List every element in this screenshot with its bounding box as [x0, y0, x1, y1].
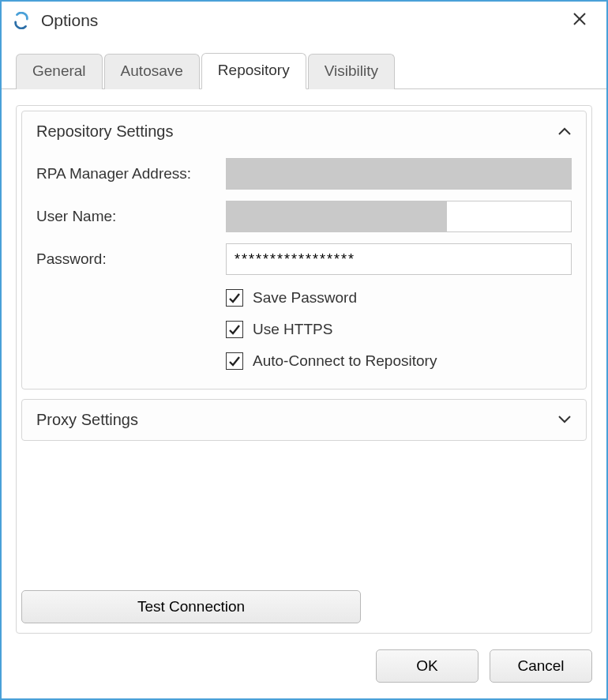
label-password: Password:	[36, 250, 226, 268]
section-header-repository[interactable]: Repository Settings	[22, 111, 586, 152]
input-password[interactable]	[226, 243, 572, 275]
window-title: Options	[41, 11, 564, 30]
row-password: Password:	[36, 243, 572, 275]
row-use-https: Use HTTPS	[226, 321, 572, 338]
check-icon	[228, 323, 241, 336]
ok-button[interactable]: OK	[376, 649, 479, 683]
check-icon	[228, 292, 241, 304]
tab-repository[interactable]: Repository	[201, 53, 306, 89]
section-proxy-settings: Proxy Settings	[21, 399, 587, 441]
checkbox-use-https[interactable]	[226, 321, 243, 338]
dialog-footer: OK Cancel	[2, 634, 606, 698]
section-body-repository: RPA Manager Address: User Name: Password…	[22, 152, 586, 389]
input-rpa-manager-address[interactable]	[226, 158, 572, 190]
section-title-proxy: Proxy Settings	[36, 411, 138, 429]
cancel-button[interactable]: Cancel	[490, 649, 592, 683]
input-username[interactable]	[226, 201, 572, 232]
titlebar: Options	[2, 2, 606, 41]
label-save-password: Save Password	[253, 289, 357, 307]
tab-general[interactable]: General	[16, 54, 103, 89]
row-address: RPA Manager Address:	[36, 158, 572, 190]
section-title-repository: Repository Settings	[36, 122, 173, 141]
checkbox-save-password[interactable]	[226, 289, 243, 307]
check-icon	[228, 355, 241, 367]
tab-autosave[interactable]: Autosave	[104, 54, 200, 89]
app-logo-icon	[13, 12, 30, 29]
row-test-connection: Test Connection	[21, 584, 587, 628]
label-username: User Name:	[36, 208, 226, 225]
panel-frame: Repository Settings RPA Manager Address:…	[16, 105, 592, 634]
chevron-down-icon	[557, 412, 572, 428]
close-icon	[572, 11, 587, 27]
tab-panel-repository: Repository Settings RPA Manager Address:…	[2, 89, 606, 634]
label-use-https: Use HTTPS	[253, 321, 332, 338]
label-auto-connect: Auto-Connect to Repository	[253, 352, 437, 370]
chevron-up-icon	[557, 123, 572, 140]
close-button[interactable]	[564, 8, 595, 33]
section-repository-settings: Repository Settings RPA Manager Address:…	[21, 111, 587, 390]
row-auto-connect: Auto-Connect to Repository	[226, 352, 572, 370]
row-username: User Name:	[36, 201, 572, 232]
checkbox-auto-connect[interactable]	[226, 352, 243, 370]
label-address: RPA Manager Address:	[36, 165, 226, 183]
test-connection-button[interactable]: Test Connection	[21, 590, 361, 623]
row-save-password: Save Password	[226, 289, 572, 307]
tab-visibility[interactable]: Visibility	[308, 54, 395, 89]
redacted-block	[227, 201, 447, 231]
section-header-proxy[interactable]: Proxy Settings	[22, 400, 586, 440]
tab-strip: General Autosave Repository Visibility	[2, 41, 606, 89]
